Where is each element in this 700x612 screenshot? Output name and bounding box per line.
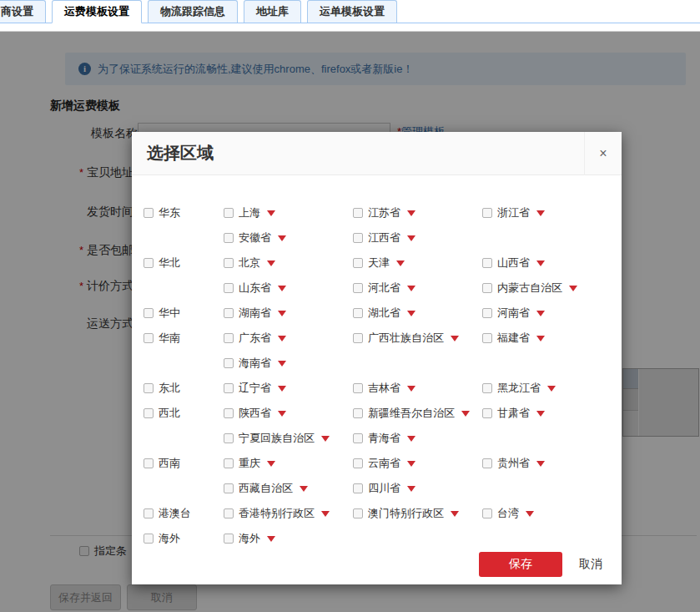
province-checkbox[interactable] (353, 258, 363, 268)
province-checkbox[interactable] (482, 308, 492, 318)
region-checkbox[interactable] (144, 534, 154, 544)
province-checkbox[interactable] (353, 308, 363, 318)
region-checkbox[interactable] (144, 208, 154, 218)
dropdown-arrow-icon[interactable] (536, 461, 545, 467)
province-checkbox[interactable] (482, 408, 492, 418)
province-checkbox[interactable] (482, 283, 492, 293)
region-row: 华南广东省广西壮族自治区福建省 (144, 326, 622, 351)
province-checkbox[interactable] (482, 208, 492, 218)
dropdown-arrow-icon[interactable] (536, 260, 545, 266)
region-row: 东北辽宁省吉林省黑龙江省 (144, 376, 622, 401)
dropdown-arrow-icon[interactable] (407, 210, 415, 216)
province-label: 黑龙江省 (497, 381, 541, 396)
province-checkbox[interactable] (353, 208, 363, 218)
region-checkbox[interactable] (144, 408, 154, 418)
dropdown-arrow-icon[interactable] (267, 260, 275, 266)
dropdown-arrow-icon[interactable] (536, 210, 545, 216)
tab-provider-settings[interactable]: 商设置 (0, 0, 46, 23)
province-checkbox[interactable] (353, 433, 363, 443)
region-checkbox[interactable] (144, 383, 154, 393)
dropdown-arrow-icon[interactable] (547, 386, 556, 392)
province-checkbox[interactable] (224, 333, 234, 343)
province-checkbox[interactable] (353, 408, 363, 418)
region-checkbox[interactable] (144, 333, 154, 343)
province-label: 四川省 (368, 481, 400, 496)
province-checkbox[interactable] (224, 483, 234, 493)
dropdown-arrow-icon[interactable] (321, 511, 330, 517)
province-cell: 内蒙古自治区 (482, 281, 612, 296)
province-checkbox[interactable] (224, 258, 234, 268)
province-label: 香港特别行政区 (239, 506, 315, 521)
region-checkbox[interactable] (144, 458, 154, 468)
dropdown-arrow-icon[interactable] (451, 511, 459, 517)
dropdown-arrow-icon[interactable] (278, 386, 286, 392)
province-checkbox[interactable] (353, 508, 363, 518)
dropdown-arrow-icon[interactable] (321, 436, 330, 442)
province-checkbox[interactable] (224, 233, 234, 243)
dropdown-arrow-icon[interactable] (396, 260, 405, 266)
province-checkbox[interactable] (224, 383, 234, 393)
province-checkbox[interactable] (353, 283, 363, 293)
tab-waybill-template-settings[interactable]: 运单模板设置 (307, 0, 397, 23)
dropdown-arrow-icon[interactable] (569, 286, 577, 291)
close-button[interactable]: × (584, 132, 622, 175)
tab-logistics-tracking[interactable]: 物流跟踪信息 (148, 0, 238, 23)
region-checkbox[interactable] (144, 508, 154, 518)
dropdown-arrow-icon[interactable] (451, 336, 459, 341)
province-checkbox[interactable] (353, 458, 363, 468)
region-checkbox[interactable] (144, 308, 154, 318)
dropdown-arrow-icon[interactable] (526, 511, 534, 517)
province-checkbox[interactable] (353, 483, 363, 493)
dropdown-arrow-icon[interactable] (536, 411, 545, 417)
dropdown-arrow-icon[interactable] (278, 235, 286, 241)
dropdown-arrow-icon[interactable] (536, 336, 545, 341)
dropdown-arrow-icon[interactable] (267, 536, 275, 542)
dropdown-arrow-icon[interactable] (536, 311, 545, 316)
dropdown-arrow-icon[interactable] (407, 286, 415, 291)
cancel-button[interactable]: 取消 (579, 557, 602, 572)
province-checkbox[interactable] (482, 508, 492, 518)
province-cell: 澳门特别行政区 (353, 506, 482, 521)
province-label: 安徽省 (239, 230, 271, 245)
province-checkbox[interactable] (224, 358, 234, 368)
region-checkbox[interactable] (144, 258, 154, 268)
province-cell: 青海省 (353, 431, 482, 446)
save-button[interactable]: 保存 (479, 552, 562, 577)
dropdown-arrow-icon[interactable] (278, 311, 286, 316)
dropdown-arrow-icon[interactable] (461, 411, 470, 417)
province-checkbox[interactable] (353, 233, 363, 243)
dropdown-arrow-icon[interactable] (407, 486, 415, 492)
province-checkbox[interactable] (224, 534, 234, 544)
tab-address-library[interactable]: 地址库 (244, 0, 301, 23)
province-checkbox[interactable] (224, 433, 234, 443)
province-cell: 江苏省 (353, 205, 482, 220)
province-checkbox[interactable] (224, 508, 234, 518)
dropdown-arrow-icon[interactable] (407, 461, 415, 467)
province-checkbox[interactable] (224, 458, 234, 468)
dropdown-arrow-icon[interactable] (407, 436, 415, 442)
dropdown-arrow-icon[interactable] (278, 361, 286, 367)
dropdown-arrow-icon[interactable] (267, 461, 275, 467)
province-checkbox[interactable] (224, 308, 234, 318)
province-checkbox[interactable] (224, 408, 234, 418)
dropdown-arrow-icon[interactable] (278, 411, 286, 417)
region-row: 西北陕西省新疆维吾尔自治区甘肃省 (144, 401, 622, 426)
province-checkbox[interactable] (224, 283, 234, 293)
dropdown-arrow-icon[interactable] (407, 386, 415, 392)
province-checkbox[interactable] (482, 333, 492, 343)
dropdown-arrow-icon[interactable] (300, 486, 308, 492)
dropdown-arrow-icon[interactable] (407, 311, 415, 316)
province-checkbox[interactable] (482, 383, 492, 393)
dropdown-arrow-icon[interactable] (267, 210, 275, 216)
province-checkbox[interactable] (353, 333, 363, 343)
province-checkbox[interactable] (353, 383, 363, 393)
province-checkbox[interactable] (482, 258, 492, 268)
dropdown-arrow-icon[interactable] (278, 336, 286, 341)
tab-shipping-template-settings[interactable]: 运费模板设置 (52, 0, 142, 23)
dropdown-arrow-icon[interactable] (278, 286, 286, 291)
province-label: 澳门特别行政区 (368, 506, 444, 521)
province-checkbox[interactable] (482, 458, 492, 468)
province-checkbox[interactable] (224, 208, 234, 218)
province-cell: 上海 (224, 205, 353, 220)
dropdown-arrow-icon[interactable] (407, 235, 415, 241)
